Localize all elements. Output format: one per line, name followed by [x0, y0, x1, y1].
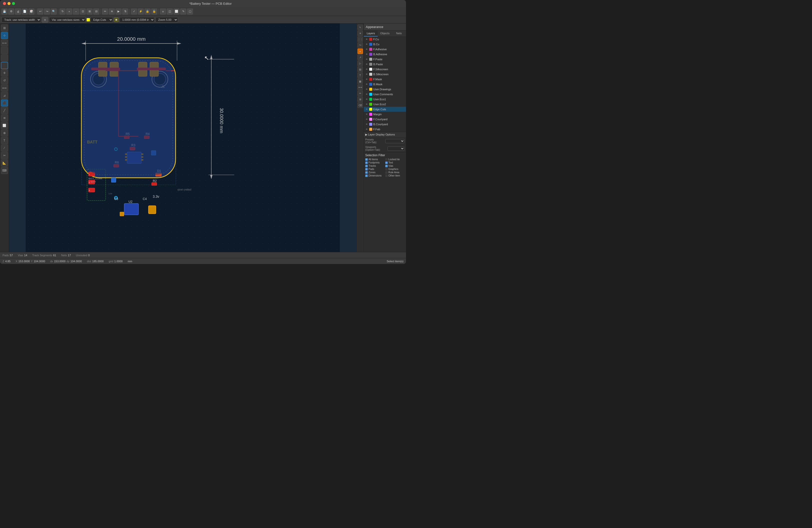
layer-item-f-fab[interactable]: 👁F.Fab	[364, 127, 406, 132]
layer-eye-16[interactable]: 👁	[365, 118, 368, 121]
layer-eye-1[interactable]: 👁	[365, 43, 368, 46]
lock-button[interactable]: 🔒	[145, 9, 150, 15]
layer-item-f-adhesive[interactable]: 👁F.Adhesive	[364, 47, 406, 52]
route-track[interactable]: ╱	[1, 107, 8, 114]
layer-eye-9[interactable]: 👁	[365, 83, 368, 86]
layer-item-b-courtyard[interactable]: 👁B.Courtyard	[364, 122, 406, 127]
zoom-full-button[interactable]: ⊞	[87, 9, 92, 15]
canvas-area[interactable]: 20.0000 mm 30.0000 mm	[9, 24, 357, 252]
pen-btn[interactable]: ✏	[358, 90, 363, 96]
rotate-tool[interactable]: ↺	[1, 77, 8, 84]
sf-checkbox-7[interactable]	[385, 168, 388, 171]
layer-eye-17[interactable]: 👁	[365, 123, 368, 126]
sf-checkbox-0[interactable]: ✓	[365, 158, 368, 161]
net-inspector[interactable]: ≋	[1, 115, 8, 121]
unit-mil[interactable]	[1, 55, 8, 61]
layer-eye-5[interactable]: 👁	[365, 63, 368, 66]
track-extra-button[interactable]: ≡	[42, 17, 48, 23]
wave-btn[interactable]: 〜	[358, 43, 363, 48]
scripting-console[interactable]: ⌨	[1, 167, 8, 174]
setup-button[interactable]: ⚡	[138, 9, 144, 15]
redo-button[interactable]: ↪	[44, 9, 50, 15]
sf-checkbox-10[interactable]: ✓	[365, 175, 368, 177]
print-button[interactable]: 🖨	[15, 9, 21, 15]
add-text[interactable]: T	[1, 137, 8, 144]
scripting-button[interactable]: ▢	[187, 9, 193, 15]
tab-nets[interactable]: Nets	[392, 30, 406, 36]
copper-button[interactable]: ⬜	[174, 9, 179, 15]
zoom-area-button[interactable]: ⊟	[93, 9, 99, 15]
layer-eye-13[interactable]: 👁	[365, 103, 368, 106]
layer-color-button[interactable]: ▣	[114, 17, 118, 22]
sf-item-3[interactable]: ✓Text	[385, 161, 405, 164]
layer-eye-8[interactable]: 👁	[365, 78, 368, 81]
layer-eye-0[interactable]: 👁	[365, 38, 368, 41]
track-width-select[interactable]: Track: use netclass width	[1, 17, 41, 23]
minimize-button[interactable]	[8, 2, 11, 5]
sf-checkbox-8[interactable]: ✓	[365, 171, 368, 174]
unlock-button[interactable]: 🔓	[151, 9, 157, 15]
dimension-select[interactable]: 1.0000 mm (0.0394 in)	[119, 17, 155, 23]
tab-objects[interactable]: Objects	[378, 30, 392, 36]
sf-item-7[interactable]: Graphics	[385, 168, 405, 171]
layer-eye-6[interactable]: 👁	[365, 68, 368, 71]
layer-eye-10[interactable]: 👁	[365, 88, 368, 91]
via-size-select[interactable]: Via: use netclass sizes	[49, 17, 86, 23]
cursor-btn[interactable]: ↖	[358, 25, 363, 30]
layer-eye-4[interactable]: 👁	[365, 58, 368, 61]
measure-tool[interactable]: ⟷	[1, 40, 8, 46]
sf-item-6[interactable]: ✓Pads	[365, 168, 385, 171]
add-line[interactable]: ∕	[1, 145, 8, 151]
highlight-button[interactable]: ✏	[102, 9, 108, 15]
sf-item-1[interactable]: Locked ite	[385, 158, 405, 161]
maximize-button[interactable]	[12, 2, 15, 5]
sf-checkbox-9[interactable]	[385, 171, 388, 174]
route-btn[interactable]: ↗	[358, 55, 363, 60]
zoom-out-button[interactable]: −	[73, 9, 79, 15]
layer-item-b-adhesive[interactable]: 👁B.Adhesive	[364, 52, 406, 57]
layer-eye-15[interactable]: 👁	[365, 113, 368, 116]
layer-eye-12[interactable]: 👁	[365, 98, 368, 101]
layer-item-user-eco1[interactable]: 👁User.Eco1	[364, 97, 406, 102]
mirror-tool[interactable]: ⟺	[1, 85, 8, 91]
layer-item-user-drawings[interactable]: 👁User.Drawings	[364, 87, 406, 92]
network-btn[interactable]: ⋮⋮	[358, 36, 363, 42]
sf-item-10[interactable]: ✓Dimensions	[365, 174, 385, 177]
dims-btn[interactable]: ⟷	[358, 85, 363, 90]
layer-item-f-silkscreen[interactable]: 👁F.Silkscreen	[364, 67, 406, 72]
layer-item-b-paste[interactable]: 👁B.Paste	[364, 62, 406, 67]
sf-checkbox-4[interactable]: ✓	[365, 165, 368, 167]
sf-item-8[interactable]: ✓Zones	[365, 171, 385, 174]
ratsnest-button[interactable]: ≋	[109, 9, 115, 15]
layer-eye-14[interactable]: 👁	[365, 108, 368, 111]
edit-button[interactable]: ✎	[180, 9, 186, 15]
footprint-button[interactable]: ◫	[167, 9, 173, 15]
sf-item-0[interactable]: ✓All items	[365, 158, 385, 161]
layer-item-f-cu[interactable]: 👁F.Cu	[364, 37, 406, 42]
refresh-button[interactable]: ↻	[59, 9, 66, 15]
layer-eye-11[interactable]: 👁	[365, 93, 368, 96]
layer-item-f-paste[interactable]: 👁F.Paste	[364, 57, 406, 62]
sf-checkbox-2[interactable]: ✓	[365, 161, 368, 164]
netlist-button[interactable]: ≡	[160, 9, 166, 15]
copper-zone[interactable]: ⬜	[1, 122, 8, 129]
select-tool[interactable]: ⊹	[1, 32, 8, 39]
align-tool[interactable]: ⊿	[1, 92, 8, 99]
table-btn[interactable]: ▦	[358, 78, 363, 84]
sf-checkbox-5[interactable]: ✓	[385, 165, 388, 167]
pcb-icon[interactable]: ⬛	[1, 100, 8, 106]
zoom-fit-button[interactable]: ⊡	[80, 9, 86, 15]
layer-item-user-eco2[interactable]: 👁User.Eco2	[364, 102, 406, 107]
dots-btn[interactable]: ⊞	[358, 97, 363, 102]
sf-checkbox-11[interactable]	[385, 175, 388, 177]
route-button[interactable]: ▶	[116, 9, 121, 15]
layer-item-margin[interactable]: 👁Margin	[364, 112, 406, 117]
sf-item-2[interactable]: ✓Footprints	[365, 161, 385, 164]
layer-item-f-mask[interactable]: 👁F.Mask	[364, 77, 406, 82]
grid-toggle[interactable]: ⊞	[1, 25, 8, 31]
layer-item-b-silkscreen[interactable]: 👁B.Silkscreen	[364, 72, 406, 77]
viewports-dropdown[interactable]	[388, 147, 405, 151]
drc-button[interactable]: ✓	[131, 9, 137, 15]
image-btn[interactable]: ▤	[358, 67, 363, 72]
layer-item-f-courtyard[interactable]: 👁F.Courtyard	[364, 117, 406, 122]
